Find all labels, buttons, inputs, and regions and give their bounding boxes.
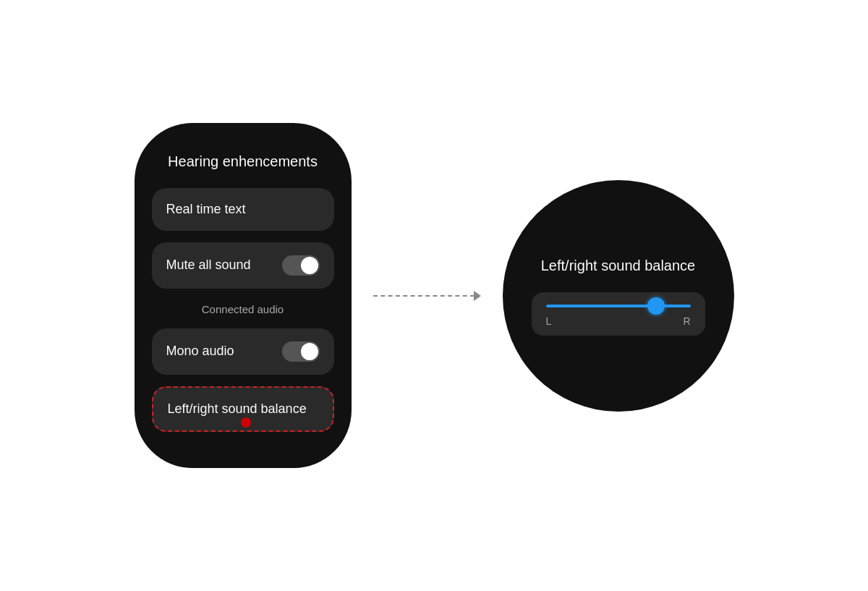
connected-audio-label: Connected audio [152,303,334,315]
panel-title: Hearing enhencements [168,152,318,171]
toggle-knob [301,257,318,274]
left-right-balance-item[interactable]: Left/right sound balance [152,386,334,432]
arrow-head [474,291,481,301]
mono-audio-label: Mono audio [166,343,234,360]
circle-panel: Left/right sound balance L R [503,180,734,412]
dashed-line [373,295,475,297]
mono-audio-toggle[interactable] [282,341,320,362]
scene: Hearing enhencements Real time text Mute… [0,0,868,591]
slider-labels: L R [546,315,691,327]
slider-thumb[interactable] [647,297,665,315]
slider-container: L R [532,292,705,336]
slider-track-wrapper [546,304,691,308]
slider-right-label: R [683,315,690,327]
cursor-dot [241,417,251,428]
mute-all-sound-item[interactable]: Mute all sound [152,242,334,289]
phone-panel: Hearing enhencements Real time text Mute… [135,123,352,469]
real-time-text-item[interactable]: Real time text [152,188,334,231]
mono-toggle-knob [301,343,318,360]
slider-track [546,305,691,307]
mute-all-sound-toggle[interactable] [282,255,320,276]
circle-panel-title: Left/right sound balance [541,256,696,275]
arrow-connector [373,291,481,301]
left-right-balance-label: Left/right sound balance [168,401,307,417]
slider-left-label: L [546,315,552,327]
mono-audio-item[interactable]: Mono audio [152,328,334,375]
mute-all-sound-label: Mute all sound [166,257,251,273]
real-time-text-label: Real time text [166,201,246,218]
